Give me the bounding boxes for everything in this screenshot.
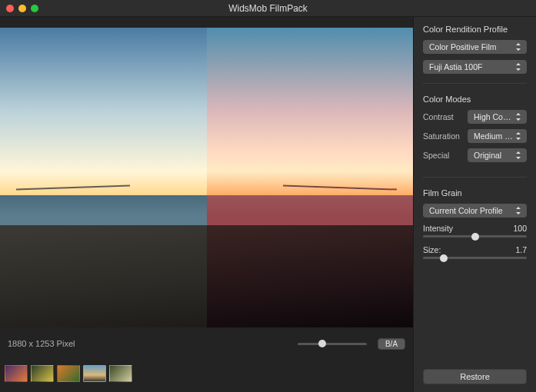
size-value: 1.7 [515, 245, 527, 254]
section-title: Film Grain [423, 188, 527, 198]
workarea: 1880 x 1253 Pixel B/A Color Rendition Pr… [0, 17, 536, 392]
preview-before[interactable] [0, 28, 207, 327]
saturation-select[interactable]: Medium Hig... [468, 129, 527, 143]
intensity-value: 100 [513, 224, 527, 233]
zoom-slider[interactable] [298, 343, 367, 345]
thumbnail-3[interactable] [57, 365, 80, 382]
thumbnail-2[interactable] [31, 365, 54, 382]
special-label: Special [423, 151, 463, 160]
preview-area [0, 28, 413, 327]
thumbnail-1[interactable] [5, 365, 28, 382]
special-value: Original [474, 151, 501, 160]
section-film-grain: Film Grain Current Color Profile Intensi… [423, 188, 527, 277]
preview-bottombar: 1880 x 1253 Pixel B/A [0, 327, 413, 360]
section-title: Color Modes [423, 95, 527, 104]
before-after-toggle[interactable]: B/A [378, 338, 405, 350]
grain-profile-select[interactable]: Current Color Profile [423, 204, 527, 218]
restore-button[interactable]: Restore [423, 369, 527, 384]
section-color-rendition: Color Rendition Profile Color Positive F… [423, 25, 527, 84]
titlebar: WidsMob FilmPack [0, 0, 536, 17]
zoom-slider-handle[interactable] [318, 340, 326, 347]
size-label: Size: [423, 245, 441, 254]
thumbnail-row [0, 360, 413, 392]
film-type-select[interactable]: Color Positive Film [423, 40, 527, 54]
size-slider[interactable] [423, 257, 527, 259]
section-title: Color Rendition Profile [423, 25, 527, 34]
special-select[interactable]: Original [468, 148, 527, 162]
chevron-up-down-icon [513, 110, 524, 124]
image-dimensions: 1880 x 1253 Pixel [8, 339, 75, 348]
intensity-slider-handle[interactable] [471, 233, 479, 241]
preview-after[interactable] [207, 28, 414, 327]
left-column: 1880 x 1253 Pixel B/A [0, 17, 413, 392]
film-stock-value: Fuji Astia 100F [429, 62, 482, 71]
chevron-up-down-icon [513, 40, 524, 54]
chevron-up-down-icon [513, 148, 524, 162]
app-title: WidsMob FilmPack [0, 3, 536, 14]
close-button[interactable] [6, 5, 14, 12]
section-color-modes: Color Modes Contrast High Contrast Satur… [423, 95, 527, 178]
size-slider-handle[interactable] [440, 254, 448, 262]
maximize-button[interactable] [31, 5, 38, 12]
window-controls [6, 5, 38, 12]
contrast-select[interactable]: High Contrast [468, 110, 527, 124]
chevron-up-down-icon [513, 60, 524, 74]
saturation-label: Saturation [423, 131, 463, 141]
contrast-label: Contrast [423, 112, 463, 121]
thumbnail-5[interactable] [109, 365, 132, 382]
chevron-up-down-icon [513, 129, 524, 143]
grain-profile-value: Current Color Profile [429, 206, 503, 215]
intensity-slider[interactable] [423, 235, 527, 238]
intensity-label: Intensity [423, 224, 453, 233]
chevron-up-down-icon [513, 204, 524, 218]
film-stock-select[interactable]: Fuji Astia 100F [423, 60, 527, 74]
minimize-button[interactable] [18, 5, 26, 12]
film-type-value: Color Positive Film [429, 42, 497, 51]
sidebar: Color Rendition Profile Color Positive F… [413, 17, 536, 392]
thumbnail-4[interactable] [83, 365, 106, 382]
